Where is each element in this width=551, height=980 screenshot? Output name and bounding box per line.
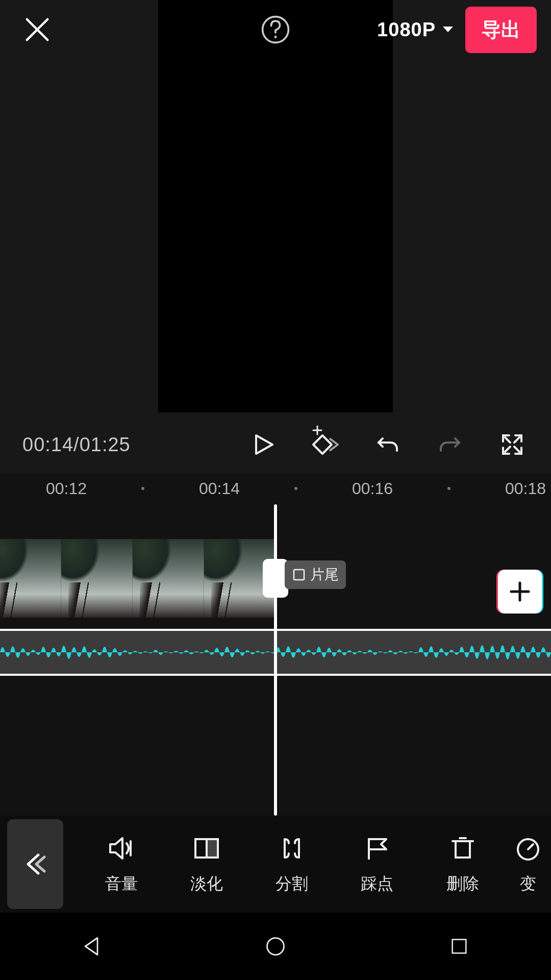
timeline-area[interactable]: 片尾	[0, 504, 551, 816]
tool-beat[interactable]: 踩点	[335, 833, 420, 895]
resolution-selector[interactable]: 1080P	[377, 19, 454, 41]
svg-point-3	[274, 36, 277, 38]
total-time: 01:25	[80, 434, 131, 455]
tool-delete[interactable]: 删除	[420, 833, 505, 895]
ruler-tick: 00:12	[46, 479, 87, 498]
tool-label: 音量	[105, 873, 138, 895]
ruler-tick: 00:18	[505, 479, 546, 498]
svg-point-21	[267, 938, 284, 955]
svg-line-20	[528, 844, 533, 849]
tool-speed[interactable]: 变	[505, 833, 551, 895]
ruler-dot	[141, 487, 144, 490]
tool-label: 变	[520, 873, 536, 895]
ending-icon	[292, 568, 306, 582]
clip-thumbnail	[133, 539, 204, 618]
svg-line-6	[505, 437, 510, 443]
current-time: 00:14	[22, 434, 73, 455]
svg-line-8	[514, 447, 519, 452]
volume-icon	[106, 833, 137, 864]
help-button[interactable]	[261, 15, 290, 44]
speed-icon	[513, 833, 543, 864]
tool-split[interactable]: 分割	[249, 833, 335, 895]
ruler-dot	[294, 487, 297, 490]
svg-rect-10	[294, 570, 304, 580]
split-icon	[277, 833, 307, 864]
android-home-button[interactable]	[259, 930, 292, 963]
tool-volume[interactable]: 音量	[79, 833, 164, 895]
tool-fade[interactable]: 淡化	[164, 833, 249, 895]
clip-thumbnail	[61, 539, 133, 618]
ruler-tick: 00:14	[199, 479, 240, 498]
tool-label: 淡化	[190, 873, 223, 895]
time-ruler[interactable]: 00:12 00:14 00:16 00:18	[0, 473, 551, 504]
svg-rect-16	[207, 839, 218, 857]
export-button[interactable]: 导出	[465, 7, 537, 53]
playhead[interactable]	[274, 504, 277, 816]
ending-tag[interactable]: 片尾	[285, 560, 346, 589]
fullscreen-button[interactable]	[496, 428, 529, 461]
flag-icon	[362, 833, 392, 864]
ruler-dot	[447, 487, 450, 490]
svg-rect-22	[453, 940, 466, 953]
undo-button[interactable]	[371, 428, 404, 461]
android-back-button[interactable]	[76, 930, 108, 963]
tool-label: 删除	[446, 873, 479, 895]
video-preview[interactable]	[158, 0, 393, 412]
resolution-label: 1080P	[377, 19, 436, 41]
keyframe-add-button[interactable]	[309, 428, 342, 461]
svg-line-7	[514, 437, 519, 443]
collapse-tools-button[interactable]	[7, 819, 63, 909]
tool-label: 踩点	[361, 873, 393, 895]
redo-button[interactable]	[434, 428, 466, 461]
ruler-tick: 00:16	[352, 479, 393, 498]
android-recent-button[interactable]	[443, 930, 475, 963]
fade-icon	[191, 833, 222, 864]
trash-icon	[447, 833, 478, 864]
timecode-display: 00:14/01:25	[22, 434, 217, 456]
add-clip-button[interactable]	[498, 570, 542, 614]
clip-thumbnail	[0, 539, 61, 618]
close-button[interactable]	[23, 16, 51, 43]
ending-label: 片尾	[310, 565, 339, 584]
play-button[interactable]	[247, 428, 280, 461]
chevron-down-icon	[442, 26, 454, 34]
tool-label: 分割	[276, 873, 308, 895]
svg-line-9	[505, 447, 510, 452]
video-clip[interactable]	[0, 539, 276, 618]
